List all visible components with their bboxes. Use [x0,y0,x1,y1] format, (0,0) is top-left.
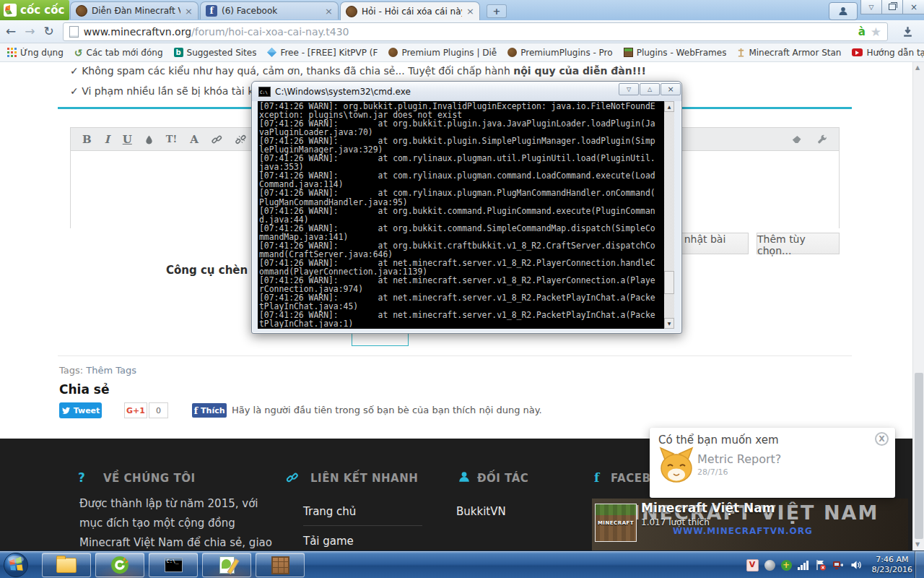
tray-v-icon[interactable]: V [746,559,759,571]
text-color-droplet-icon[interactable] [145,134,153,144]
font-size-button[interactable]: T! [166,134,177,144]
bookmark-kitpvp[interactable]: Free - [FREE] KitPVP (F [267,48,378,58]
facebook-page-widget[interactable]: MINECRAFT VIỆT NAM WWW.MINECRAFTVN.ORG M… [592,499,908,551]
network-signal-icon[interactable] [798,560,809,570]
quick-links-icon [286,472,299,483]
insert-link-icon[interactable] [212,134,222,144]
coccoc-menu-button[interactable]: cốc cốc [0,0,69,20]
tags-row: Tags: Thêm Tags [59,365,136,376]
minecraft-favicon [346,6,357,17]
bookmark-label: Các tab mới đóng [87,48,163,58]
more-options-button[interactable]: Thêm tùy chọn... [757,233,840,254]
tab-minecraft-forum[interactable]: Diễn Đàn Minecraft Việt N × [70,1,199,20]
footer-link-bukkitvn[interactable]: BukkitVN [456,505,506,518]
bookmark-suggested-sites[interactable]: b Suggested Sites [174,48,257,58]
tray-ball-icon[interactable] [764,560,775,571]
bookmark-label: Minecraft Armor Stan [749,48,841,58]
window-minimize-button[interactable]: ▽ [860,0,882,14]
tab-facebook[interactable]: f (6) Facebook × [200,1,339,20]
bookmark-star-icon[interactable]: ★ [871,25,881,39]
tray-green-plus-icon[interactable]: + [781,560,792,571]
taskbar-cmd-button[interactable]: C:\_ [149,553,198,577]
popup-close-icon[interactable]: X [875,432,889,446]
tab-close-icon[interactable]: × [325,7,333,16]
tab-active-hoi-cai-xoa[interactable]: Hỏi - Hỏi cái xóa cái này : × [340,1,480,20]
cmd-prompt-icon: C:\_ [165,558,183,572]
scroll-up-icon[interactable]: ▲ [664,101,674,112]
underline-button[interactable]: U [123,133,132,146]
partners-title: ĐỐI TÁC [477,472,528,485]
popup-item-title[interactable]: Metric Report? [697,452,781,466]
cmd-maximize-button[interactable]: △ [640,83,660,95]
scroll-down-icon[interactable]: ▼ [664,318,674,329]
new-tab-button[interactable]: + [487,4,507,18]
translate-badge-icon[interactable]: à [858,25,866,38]
footer-link-download[interactable]: Tải game [303,535,354,548]
back-icon[interactable]: ← [6,25,16,38]
facebook-page-avatar: MINECRAFT [595,504,637,542]
window-restore-button[interactable] [881,0,903,14]
action-center-flag-icon[interactable] [815,559,827,571]
scroll-up-icon[interactable]: ▲ [915,64,923,71]
reload-icon[interactable]: ↻ [44,25,54,38]
footer-link-divider [303,525,422,526]
scrollbar-thumb[interactable] [915,373,923,539]
scrollbar-thumb[interactable] [664,271,674,294]
unlink-icon[interactable] [235,134,246,144]
minecraft-favicon [76,5,87,17]
taskbar-coccoc-button[interactable] [95,553,144,577]
bookmark-recently-closed[interactable]: ↺ Các tab mới đóng [74,47,163,59]
start-button[interactable] [3,552,29,578]
volume-speaker-icon[interactable] [850,559,862,571]
show-desktop-button[interactable] [915,551,924,578]
network-disconnected-icon[interactable] [832,560,844,571]
gplus-button[interactable]: G+1 [124,402,147,418]
about-line: Minecraft Việt Nam để chia sẻ, giao [79,536,272,549]
profile-button[interactable] [829,2,858,20]
coccoc-logo-icon [4,4,17,17]
taskbar-clock[interactable]: 7:46 AM 8/23/2016 [872,555,912,575]
download-button[interactable] [897,25,918,38]
bookmark-armor-stand[interactable]: Minecraft Armor Stan [737,48,841,58]
font-family-button[interactable]: A [190,133,199,146]
cmd-minimize-button[interactable]: ▽ [619,83,639,95]
cmd-title-bar[interactable]: C:\ C:\Windows\system32\cmd.exe [252,82,681,101]
window-close-button[interactable]: × [902,0,924,14]
armor-stand-icon [737,48,745,57]
footer-link-home[interactable]: Trang chủ [303,505,356,518]
coccoc-browser-icon [110,556,129,574]
cmd-close-button[interactable]: × [661,83,681,95]
tweet-button[interactable]: Tweet [59,402,102,418]
restore-icon [889,4,896,10]
youtube-icon [852,48,863,56]
cmd-scrollbar[interactable]: ▲ ▼ [664,101,674,329]
taskbar-explorer-button[interactable] [42,553,91,577]
grass-block-icon [624,48,633,57]
italic-button[interactable]: I [105,133,110,146]
taskbar-minecraft-button[interactable] [256,553,305,577]
cmd-window[interactable]: C:\ C:\Windows\system32\cmd.exe ▽ △ × [0… [251,81,682,334]
eraser-icon[interactable] [792,135,804,144]
restore-tabs-icon: ↺ [74,47,83,59]
forward-icon[interactable]: → [25,25,35,38]
facebook-like-button[interactable]: f Thích [192,403,227,418]
bookmark-apps[interactable]: Ứng dụng [7,48,64,58]
bold-button[interactable]: B [82,133,92,146]
bookmark-premiumplugins-pro[interactable]: PremiumPlugins - Pro [507,48,612,58]
address-bar[interactable]: www.minecraftvn.org/forum/hoi-cai-xoa-ca… [63,22,888,41]
taskbar-notepadpp-button[interactable] [202,553,251,577]
cmd-console[interactable]: [07:41:26 WARN]: org.bukkit.plugin.Inval… [258,101,674,329]
clock-time: 7:46 AM [872,555,912,565]
bookmark-label: PremiumPlugins - Pro [520,48,612,58]
bookmark-webframes[interactable]: Plugins - WebFrames [624,48,727,58]
add-tags-link[interactable]: Thêm Tags [86,365,136,376]
wrench-icon[interactable] [817,134,827,144]
scroll-down-icon[interactable]: ▼ [915,541,923,548]
browser-scrollbar[interactable]: ▲ ▼ [912,62,924,551]
bookmark-premium-plugins[interactable]: Premium Plugins | Diễ [388,48,497,58]
tab-close-icon[interactable]: × [185,7,193,16]
minecraft-crafting-icon [271,556,289,574]
tab-close-icon[interactable]: × [466,7,474,16]
bookmark-youtube-guide[interactable]: Hướng dẫn tạo máy ả [852,48,924,58]
facebook-page-name[interactable]: Minecraft Việt Nam [641,501,775,515]
